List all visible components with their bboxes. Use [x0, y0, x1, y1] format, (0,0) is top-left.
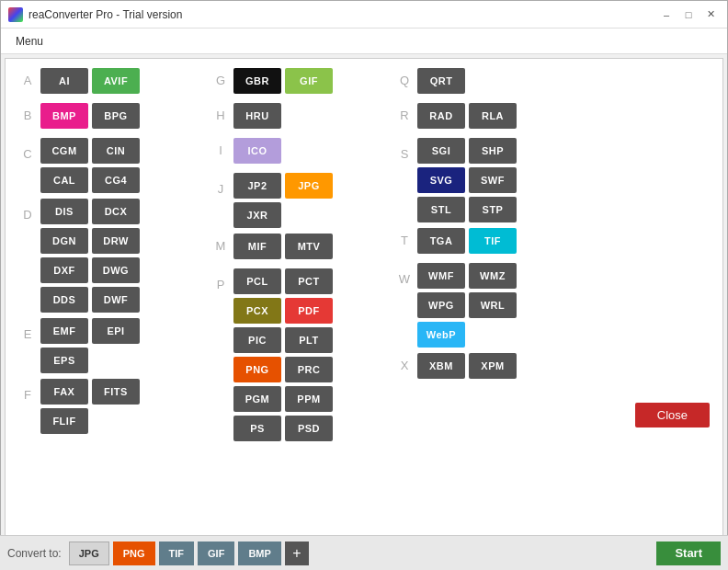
format-psd[interactable]: PSD — [285, 416, 333, 441]
format-shp[interactable]: SHP — [469, 138, 517, 164]
format-mtv[interactable]: MTV — [285, 234, 333, 259]
format-ppm[interactable]: PPM — [285, 386, 333, 412]
letter-i: I — [211, 138, 230, 157]
right-column: Q QRT R RAD RLA S SGI SHP — [395, 68, 710, 443]
format-jpg[interactable]: JPG — [285, 173, 333, 199]
format-epi[interactable]: EPI — [92, 318, 140, 344]
letter-row-t: T TGA TIF — [395, 228, 710, 257]
title-bar: reaConverter Pro - Trial version – □ ✕ — [1, 1, 727, 28]
letter-row-c: C CGM CIN CAL CG4 — [18, 138, 211, 193]
format-bpg[interactable]: BPG — [92, 103, 140, 129]
format-mif[interactable]: MIF — [233, 234, 281, 259]
convert-tif-button[interactable]: TIF — [159, 542, 195, 565]
format-bmp[interactable]: BMP — [40, 103, 88, 129]
letter-b: B — [18, 103, 37, 122]
format-dds[interactable]: DDS — [40, 287, 88, 313]
format-stl[interactable]: STL — [417, 197, 465, 222]
close-window-button[interactable]: ✕ — [701, 6, 720, 24]
format-flif[interactable]: FLIF — [40, 408, 88, 434]
format-jp2[interactable]: JP2 — [233, 173, 281, 199]
minimize-button[interactable]: – — [657, 6, 676, 24]
format-dwf[interactable]: DWF — [92, 287, 140, 313]
letter-e: E — [18, 322, 37, 341]
letter-h: H — [211, 103, 230, 122]
letter-d: D — [18, 202, 37, 222]
format-emf[interactable]: EMF — [40, 318, 88, 344]
format-stp[interactable]: STP — [469, 197, 517, 222]
format-ico[interactable]: ICO — [233, 138, 281, 164]
format-dis[interactable]: DIS — [40, 199, 88, 224]
format-fax[interactable]: FAX — [40, 379, 88, 405]
format-webp[interactable]: WebP — [417, 322, 465, 348]
format-dxf[interactable]: DXF — [40, 257, 88, 283]
format-wmf[interactable]: WMF — [417, 263, 465, 289]
format-pgm[interactable]: PGM — [233, 386, 281, 412]
format-xpm[interactable]: XPM — [469, 353, 517, 379]
format-cal[interactable]: CAL — [40, 167, 88, 193]
format-pcx[interactable]: PCX — [233, 298, 281, 324]
convert-gif-button[interactable]: GIF — [198, 542, 234, 565]
format-wrl[interactable]: WRL — [469, 292, 517, 318]
format-plt[interactable]: PLT — [285, 327, 333, 353]
format-drw[interactable]: DRW — [92, 228, 140, 254]
format-ps[interactable]: PS — [233, 416, 281, 441]
format-dcx[interactable]: DCX — [92, 199, 140, 224]
format-gif[interactable]: GIF — [285, 68, 333, 94]
format-cg4[interactable]: CG4 — [92, 167, 140, 193]
close-button[interactable]: Close — [635, 403, 710, 428]
format-pct[interactable]: PCT — [285, 268, 333, 294]
format-wpg[interactable]: WPG — [417, 292, 465, 318]
format-swf[interactable]: SWF — [469, 167, 517, 193]
convert-bmp-button[interactable]: BMP — [238, 542, 280, 565]
letter-row-g: G GBR GIF — [211, 68, 395, 97]
format-eps[interactable]: EPS — [40, 348, 88, 373]
format-hru[interactable]: HRU — [233, 103, 281, 129]
letter-row-s: S SGI SHP SVG SWF STL STP — [395, 138, 710, 222]
letter-row-m: M MIF MTV — [211, 234, 395, 263]
format-pic[interactable]: PIC — [233, 327, 281, 353]
start-button[interactable]: Start — [656, 542, 721, 565]
letter-f: F — [18, 382, 37, 402]
letter-g: G — [211, 68, 230, 87]
format-png[interactable]: PNG — [233, 357, 281, 382]
letter-c: C — [18, 142, 37, 161]
format-pdf[interactable]: PDF — [285, 298, 333, 324]
letter-row-q: Q QRT — [395, 68, 710, 97]
format-ai[interactable]: AI — [40, 68, 88, 94]
format-rla[interactable]: RLA — [469, 103, 517, 129]
format-dgn[interactable]: DGN — [40, 228, 88, 254]
add-format-button[interactable]: + — [285, 542, 309, 565]
format-jxr[interactable]: JXR — [233, 202, 281, 228]
format-svg[interactable]: SVG — [417, 167, 465, 193]
maximize-button[interactable]: □ — [679, 6, 698, 24]
format-cgm[interactable]: CGM — [40, 138, 88, 164]
format-qrt[interactable]: QRT — [417, 68, 465, 94]
format-avif[interactable]: AVIF — [92, 68, 140, 94]
menu-item[interactable]: Menu — [8, 31, 51, 51]
format-cin[interactable]: CIN — [92, 138, 140, 164]
format-prc[interactable]: PRC — [285, 357, 333, 382]
letter-row-f: F FAX FITS FLIF — [18, 379, 211, 434]
format-tga[interactable]: TGA — [417, 228, 465, 254]
letter-row-r: R RAD RLA — [395, 103, 710, 132]
letter-w: W — [395, 267, 414, 286]
convert-label: Convert to: — [7, 547, 62, 560]
letter-row-i: I ICO — [211, 138, 395, 167]
letter-a: A — [18, 68, 37, 87]
format-grid: A AI AVIF B BMP BPG C CGM CIN — [18, 68, 710, 443]
format-sgi[interactable]: SGI — [417, 138, 465, 164]
convert-png-button[interactable]: PNG — [113, 542, 155, 565]
format-dwg[interactable]: DWG — [92, 257, 140, 283]
convert-jpg-button[interactable]: JPG — [69, 542, 109, 565]
format-tif[interactable]: TIF — [469, 228, 517, 254]
letter-r: R — [395, 103, 414, 122]
format-xbm[interactable]: XBM — [417, 353, 465, 379]
format-gbr[interactable]: GBR — [233, 68, 281, 94]
letter-row-x: X XBM XPM — [395, 353, 710, 382]
letter-x: X — [395, 353, 414, 372]
format-rad[interactable]: RAD — [417, 103, 465, 129]
format-wmz[interactable]: WMZ — [469, 263, 517, 289]
format-pcl[interactable]: PCL — [233, 268, 281, 294]
format-fits[interactable]: FITS — [92, 379, 140, 405]
letter-m: M — [211, 234, 230, 253]
